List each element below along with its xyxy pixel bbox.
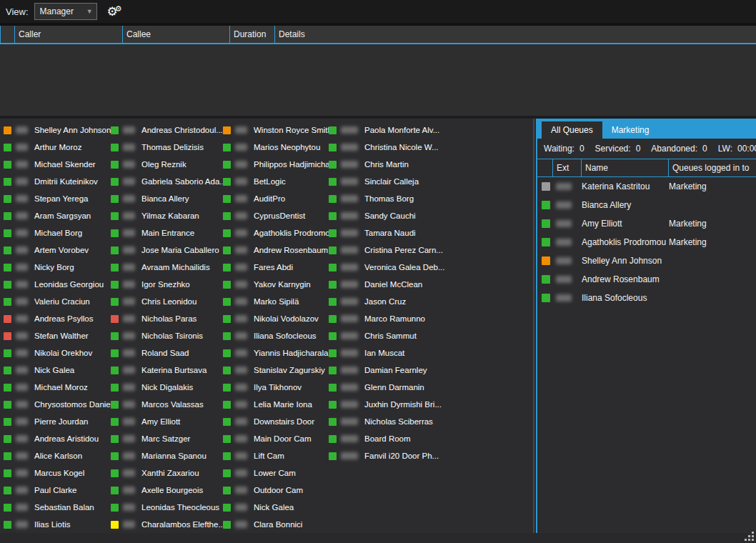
contact-row[interactable]: Gabriela Saborio Ada... bbox=[111, 173, 222, 190]
contact-row[interactable]: Arthur Moroz bbox=[4, 139, 111, 156]
contact-row[interactable]: Daniel McClean bbox=[329, 276, 457, 293]
contact-row[interactable]: Nicholas Paras bbox=[111, 310, 222, 327]
contact-row[interactable]: Sinclair Calleja bbox=[329, 173, 457, 190]
contact-row[interactable]: Philippos Hadjimichael bbox=[223, 156, 329, 173]
contact-row[interactable]: Axelle Bourgeois bbox=[111, 482, 222, 499]
contact-row[interactable]: Paul Clarke bbox=[4, 482, 111, 499]
call-col-callee[interactable]: Callee bbox=[123, 26, 230, 43]
queue-col-ext[interactable]: Ext bbox=[553, 159, 582, 176]
settings-gears-icon[interactable]: ⚙⚙ bbox=[107, 6, 125, 18]
contact-row[interactable]: Nicky Borg bbox=[4, 259, 111, 276]
contact-row[interactable]: Alice Karlson bbox=[4, 447, 111, 464]
contact-row[interactable]: Fares Abdi bbox=[223, 259, 329, 276]
contact-row[interactable]: Leonidas Theocleous bbox=[111, 499, 222, 516]
contact-row[interactable]: Cristina Perez Carn... bbox=[329, 241, 457, 259]
contact-row[interactable]: Igor Snezhko bbox=[111, 276, 222, 293]
contact-row[interactable]: Glenn Darmanin bbox=[329, 379, 457, 396]
call-col-details[interactable]: Details bbox=[275, 26, 756, 43]
contact-row[interactable]: Sebastian Balan bbox=[4, 499, 111, 516]
contact-row[interactable]: Amy Elliott bbox=[111, 413, 222, 430]
contact-row[interactable]: Katerina Burtsava bbox=[111, 362, 222, 379]
contact-row[interactable]: Marcos Valassas bbox=[111, 396, 222, 413]
queue-tab-all-queues[interactable]: All Queues bbox=[542, 121, 602, 139]
contact-row[interactable]: Nicholas Sciberras bbox=[329, 413, 457, 430]
contact-row[interactable]: Yilmaz Kabaran bbox=[111, 207, 222, 224]
contact-row[interactable]: Veronica Galea Deb... bbox=[329, 259, 457, 276]
contact-row[interactable]: Thomas Borg bbox=[329, 190, 457, 207]
contact-row[interactable]: Lower Cam bbox=[223, 464, 329, 482]
contact-row[interactable]: Nick Galea bbox=[4, 362, 111, 379]
contact-row[interactable]: Nikolai Vodolazov bbox=[223, 310, 329, 327]
contact-row[interactable]: Nick Digalakis bbox=[111, 379, 222, 396]
contact-row[interactable]: BetLogic bbox=[223, 173, 329, 190]
view-dropdown[interactable]: Manager ▼ bbox=[34, 3, 97, 20]
contact-row[interactable]: Artem Vorobev bbox=[4, 241, 111, 259]
contact-row[interactable]: Lelia Marie Iona bbox=[223, 396, 329, 413]
queue-agent-row[interactable]: Iliana Sofocleous bbox=[537, 289, 756, 307]
queue-agent-row[interactable]: Bianca Allery bbox=[537, 196, 756, 214]
call-col-duration[interactable]: Duration bbox=[230, 26, 275, 43]
contact-row[interactable]: AuditPro bbox=[223, 190, 329, 207]
contact-row[interactable]: Board Room bbox=[329, 430, 457, 447]
contact-row[interactable]: Andreas Psyllos bbox=[4, 310, 111, 327]
contact-row[interactable]: Chris Sammut bbox=[329, 327, 457, 344]
contact-row[interactable]: Lift Cam bbox=[223, 447, 329, 464]
contact-row[interactable]: Marianna Spanou bbox=[111, 447, 222, 464]
contact-row[interactable]: Aram Sargsyan bbox=[4, 207, 111, 224]
contact-row[interactable]: Thomas Delizisis bbox=[111, 139, 222, 156]
queue-agent-row[interactable]: Shelley Ann Johnson bbox=[537, 251, 756, 270]
contact-row[interactable]: Andrew Rosenbaum bbox=[223, 241, 329, 259]
contact-row[interactable]: Marcus Kogel bbox=[4, 464, 111, 482]
panel-divider-vertical[interactable] bbox=[533, 119, 534, 533]
contact-row[interactable]: Avraam Michailidis bbox=[111, 259, 222, 276]
contact-row[interactable]: Damian Fearnley bbox=[329, 362, 457, 379]
resize-grip[interactable] bbox=[752, 539, 754, 541]
contact-row[interactable]: Chris Martin bbox=[329, 156, 457, 173]
contact-row[interactable]: Nick Galea bbox=[223, 499, 329, 516]
contact-row[interactable]: Iliana Sofocleous bbox=[223, 327, 329, 344]
contact-row[interactable]: Roland Saad bbox=[111, 344, 222, 362]
contact-row[interactable]: Yakov Karnygin bbox=[223, 276, 329, 293]
queue-agent-row[interactable]: Andrew Rosenbaum bbox=[537, 270, 756, 289]
contact-row[interactable]: Oleg Reznik bbox=[111, 156, 222, 173]
queue-agent-row[interactable]: Amy Elliott Marketing bbox=[537, 214, 756, 233]
contact-row[interactable]: Andreas Aristidou bbox=[4, 430, 111, 447]
contact-row[interactable]: Chris Leonidou bbox=[111, 293, 222, 310]
contact-row[interactable]: Xanthi Zaxariou bbox=[111, 464, 222, 482]
contact-row[interactable]: Michael Borg bbox=[4, 224, 111, 241]
contact-row[interactable]: Bianca Allery bbox=[111, 190, 222, 207]
contact-row[interactable]: Downstairs Door bbox=[223, 413, 329, 430]
call-col-caller[interactable]: Caller bbox=[15, 26, 123, 43]
contact-row[interactable]: Nikolai Orekhov bbox=[4, 344, 111, 362]
contact-row[interactable]: Chrysostomos Daniel bbox=[4, 396, 111, 413]
contact-row[interactable]: Stepan Yerega bbox=[4, 190, 111, 207]
contact-row[interactable]: Outdoor Cam bbox=[223, 482, 329, 499]
contact-row[interactable]: Jose Maria Caballero bbox=[111, 241, 222, 259]
contact-row[interactable]: Fanvil i20 Door Ph... bbox=[329, 447, 457, 464]
contact-row[interactable]: Valeriu Craciun bbox=[4, 293, 111, 310]
contact-row[interactable]: Jason Cruz bbox=[329, 293, 457, 310]
contact-row[interactable]: Charalambos Elefthe... bbox=[111, 516, 222, 533]
contact-row[interactable]: Clara Bonnici bbox=[223, 516, 329, 533]
contact-row[interactable]: Juxhin Dyrmishi Bri... bbox=[329, 396, 457, 413]
queue-agent-row[interactable]: Katerina Kastritou Marketing bbox=[537, 177, 756, 196]
call-col-select[interactable] bbox=[0, 26, 15, 43]
contact-row[interactable]: Michael Moroz bbox=[4, 379, 111, 396]
contact-row[interactable]: Nicholas Tsironis bbox=[111, 327, 222, 344]
contact-row[interactable]: Ilias Liotis bbox=[4, 516, 111, 533]
contact-row[interactable]: Dmitrii Kuteinikov bbox=[4, 173, 111, 190]
contact-row[interactable]: Marc Satzger bbox=[111, 430, 222, 447]
contact-row[interactable]: Marko Sipilä bbox=[223, 293, 329, 310]
queue-col-queues[interactable]: Queues logged in to bbox=[669, 159, 756, 176]
contact-row[interactable]: Winston Royce Smith bbox=[223, 121, 329, 139]
contact-row[interactable]: Andreas Christodoul... bbox=[111, 121, 222, 139]
contact-row[interactable]: Ilya Tikhonov bbox=[223, 379, 329, 396]
contact-row[interactable]: Christina Nicole W... bbox=[329, 139, 457, 156]
contact-row[interactable]: Agathoklis Prodromou bbox=[223, 224, 329, 241]
contact-row[interactable]: Leonidas Georgiou bbox=[4, 276, 111, 293]
contact-row[interactable]: Ian Muscat bbox=[329, 344, 457, 362]
contact-row[interactable]: Tamara Naudi bbox=[329, 224, 457, 241]
contact-row[interactable]: Marco Ramunno bbox=[329, 310, 457, 327]
contact-row[interactable]: Pierre Jourdan bbox=[4, 413, 111, 430]
contact-row[interactable]: Main Entrance bbox=[111, 224, 222, 241]
